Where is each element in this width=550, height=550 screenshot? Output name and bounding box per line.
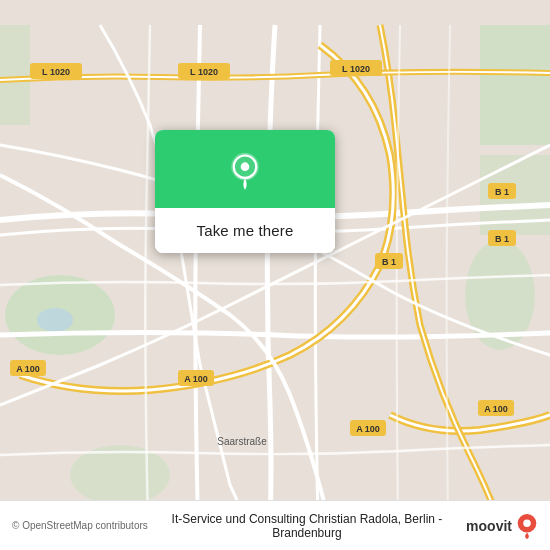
svg-text:B 1: B 1 [382,257,396,267]
svg-text:Saarstraße: Saarstraße [217,436,267,447]
svg-text:A 100: A 100 [16,364,40,374]
svg-text:A 100: A 100 [184,374,208,384]
map-container: L 1020 L 1020 L 1020 A 100 A 100 A 100 A… [0,0,550,550]
svg-text:A 100: A 100 [484,404,508,414]
svg-point-7 [37,308,73,332]
moovit-pin-icon [516,513,538,539]
take-me-there-button[interactable]: Take me there [155,208,335,253]
svg-text:L 1020: L 1020 [342,64,370,74]
svg-point-6 [70,445,170,505]
svg-text:A 100: A 100 [356,424,380,434]
svg-point-33 [523,519,530,526]
svg-text:B 1: B 1 [495,234,509,244]
popup-card: Take me there [155,130,335,253]
popup-icon-area [155,130,335,208]
svg-rect-5 [0,25,30,125]
map-background: L 1020 L 1020 L 1020 A 100 A 100 A 100 A… [0,0,550,550]
svg-text:B 1: B 1 [495,187,509,197]
location-pin-icon [226,152,264,190]
bottom-bar: © OpenStreetMap contributors It-Service … [0,500,550,550]
svg-rect-2 [480,25,550,145]
location-label: It-Service und Consulting Christian Rado… [148,512,466,540]
copyright-text: © OpenStreetMap contributors [12,520,148,531]
moovit-brand-text: moovit [466,518,512,534]
svg-point-31 [241,162,250,171]
svg-text:L 1020: L 1020 [190,67,218,77]
svg-text:L 1020: L 1020 [42,67,70,77]
moovit-logo: moovit [466,513,538,539]
